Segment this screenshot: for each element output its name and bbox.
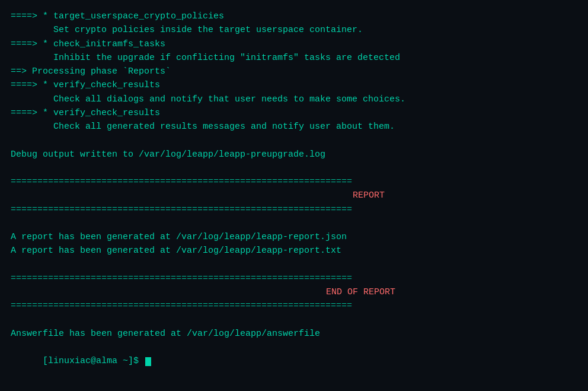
terminal-cursor <box>145 357 151 366</box>
blank-2 <box>11 161 577 175</box>
report-txt: A report has been generated at /var/log/… <box>11 244 577 258</box>
answerfile-line: Answerfile has been generated at /var/lo… <box>11 327 577 341</box>
line-7: Check all dialogs and notify that user n… <box>11 93 577 106</box>
prompt-line[interactable]: [linuxiac@alma ~]$ <box>11 341 577 382</box>
separator-end-bottom: ========================================… <box>11 299 577 313</box>
separator-end-top: ========================================… <box>11 272 577 285</box>
blank-1 <box>11 133 577 147</box>
terminal-output: ====> * target_userspace_crypto_policies… <box>11 9 577 382</box>
end-report-title-line: END OF REPORT <box>11 285 577 299</box>
line-8: ====> * verify_check_results <box>11 106 577 120</box>
report-title: REPORT <box>203 189 385 202</box>
end-report-title: END OF REPORT <box>193 285 395 299</box>
prompt-text: [linuxiac@alma ~]$ <box>43 356 144 366</box>
report-title-line: REPORT <box>11 189 577 202</box>
separator-bottom: ========================================… <box>11 203 577 217</box>
line-6: ====> * verify_check_results <box>11 78 577 92</box>
line-2: Set crypto policies inside the target us… <box>11 23 577 37</box>
blank-3 <box>11 217 577 230</box>
line-3: ====> * check_initramfs_tasks <box>11 37 577 51</box>
separator-top: ========================================… <box>11 175 577 189</box>
blank-5 <box>11 313 577 327</box>
line-9: Check all generated results messages and… <box>11 120 577 133</box>
line-5: ==> Processing phase `Reports` <box>11 65 577 78</box>
line-4: Inhibit the upgrade if conflicting "init… <box>11 51 577 65</box>
terminal-window: ====> * target_userspace_crypto_policies… <box>0 0 588 391</box>
line-1: ====> * target_userspace_crypto_policies <box>11 9 577 23</box>
blank-4 <box>11 258 577 272</box>
report-json: A report has been generated at /var/log/… <box>11 230 577 244</box>
line-debug: Debug output written to /var/log/leapp/l… <box>11 148 577 161</box>
